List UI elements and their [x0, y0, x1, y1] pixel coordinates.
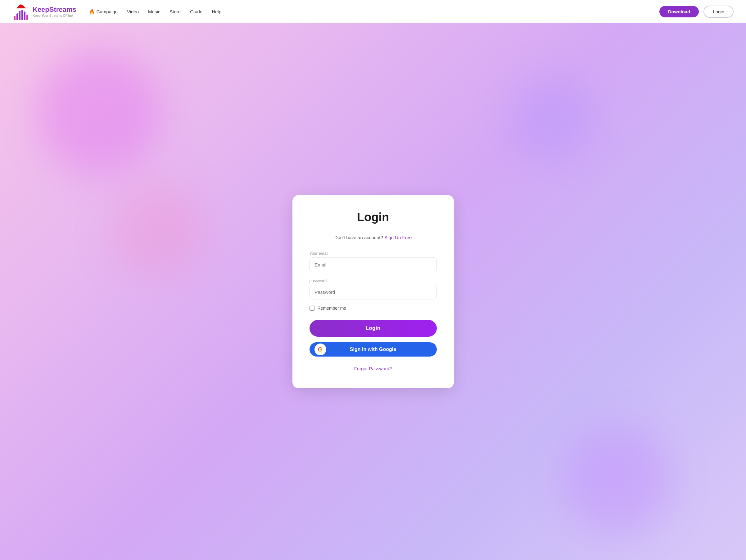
- header-actions: Download Login: [659, 6, 734, 18]
- login-button[interactable]: Login: [310, 320, 437, 337]
- login-card: Login Don't have an account? Sign Up Fre…: [292, 195, 454, 388]
- bg-blob-2: [563, 425, 671, 533]
- logo-icon: [12, 3, 29, 20]
- brand-name: KeepStreams: [33, 6, 76, 14]
- svg-rect-1: [15, 8, 27, 10]
- header: KeepStreams Keep Your Streams Offline 🔥 …: [0, 0, 746, 23]
- signup-prompt: Don't have an account? Sign Up Free: [310, 235, 437, 240]
- nav-help[interactable]: Help: [212, 9, 221, 14]
- signup-link[interactable]: Sign Up Free: [384, 235, 412, 240]
- remember-row: Remember me: [310, 306, 437, 311]
- nav-store[interactable]: Store: [170, 9, 181, 14]
- santa-hat-icon: [15, 3, 27, 10]
- header-login-button[interactable]: Login: [704, 6, 734, 18]
- nav-video[interactable]: Video: [127, 9, 139, 14]
- email-input[interactable]: [310, 257, 437, 272]
- bg-blob-4: [510, 77, 597, 164]
- password-label: password: [310, 278, 437, 283]
- download-button[interactable]: Download: [659, 6, 699, 18]
- bg-blob-1: [37, 50, 162, 174]
- email-field-group: Your email: [310, 251, 437, 272]
- password-input[interactable]: [310, 285, 437, 300]
- remember-label[interactable]: Remember me: [318, 306, 346, 311]
- google-signin-label: Sign in with Google: [316, 346, 431, 352]
- nav-guide[interactable]: Guide: [190, 9, 202, 14]
- page-background: Login Don't have an account? Sign Up Fre…: [0, 23, 746, 560]
- google-signin-button[interactable]: G Sign in with Google: [310, 342, 437, 357]
- fire-icon: 🔥: [89, 9, 95, 15]
- main-nav: 🔥 Campaign Video Music Store Guide Help: [89, 9, 659, 15]
- login-title: Login: [310, 211, 437, 224]
- bg-blob-3: [112, 184, 205, 277]
- forgot-password-link[interactable]: Forgot Password?: [310, 366, 437, 371]
- brand-tagline: Keep Your Streams Offline: [33, 14, 76, 18]
- remember-checkbox[interactable]: [310, 306, 314, 311]
- logo-text-block: KeepStreams Keep Your Streams Offline: [33, 6, 76, 18]
- logo-link[interactable]: KeepStreams Keep Your Streams Offline: [12, 3, 76, 20]
- nav-music[interactable]: Music: [148, 9, 160, 14]
- email-label: Your email: [310, 251, 437, 256]
- password-field-group: password: [310, 278, 437, 300]
- google-icon: G: [314, 343, 326, 355]
- nav-campaign[interactable]: 🔥 Campaign: [89, 9, 118, 15]
